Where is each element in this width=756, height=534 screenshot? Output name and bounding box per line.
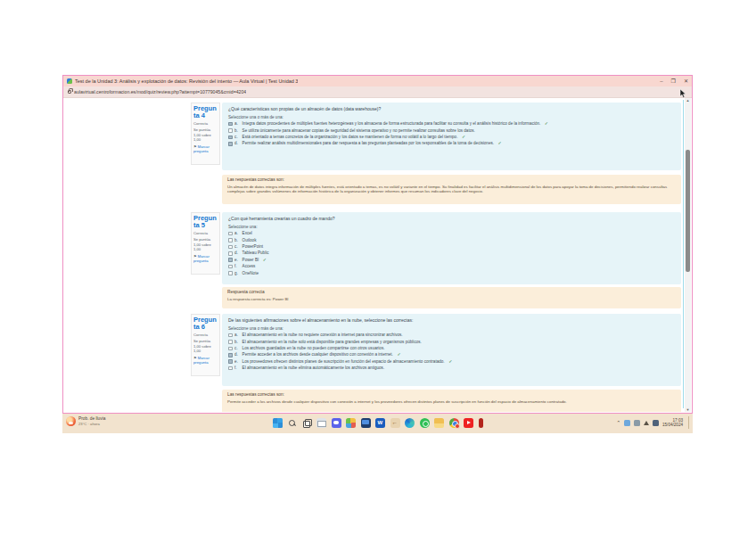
question-text: De las siguientes afirmaciones sobre el … bbox=[228, 317, 675, 323]
desktop-capture: Test de la Unidad 3: Análisis y explotac… bbox=[62, 75, 693, 433]
checkbox[interactable] bbox=[228, 232, 233, 236]
checkbox[interactable] bbox=[228, 340, 233, 344]
checkbox[interactable] bbox=[228, 128, 233, 133]
option-text: El almacenamiento en la nube no requiere… bbox=[242, 332, 403, 338]
page-content: Pregunta 4 Correcta Se puntúa 1,00 sobre… bbox=[63, 98, 692, 412]
mouse-cursor bbox=[679, 89, 686, 98]
option-text: Integra datos procedentes de múltiples f… bbox=[242, 120, 541, 127]
search-icon[interactable] bbox=[287, 418, 297, 428]
feedback-title: Las respuestas correctas son: bbox=[227, 177, 676, 183]
taskbar-icons bbox=[273, 418, 483, 428]
youtube-app-icon[interactable] bbox=[464, 418, 473, 428]
checkbox[interactable] bbox=[228, 142, 233, 146]
checkbox[interactable] bbox=[228, 136, 233, 140]
task-view-icon[interactable] bbox=[302, 418, 312, 428]
checkbox[interactable] bbox=[228, 122, 233, 127]
question-grade: Se puntúa 1,00 sobre 1,00 bbox=[193, 237, 218, 251]
option-text: El almacenamiento en la nube elimina aut… bbox=[242, 365, 385, 371]
question-body: ¿Con qué herramienta crearías un cuadro … bbox=[222, 212, 681, 284]
question-info-card: Pregunta 6 Correcta Se puntúa 1,00 sobre… bbox=[191, 314, 220, 376]
option-letter: d. bbox=[234, 140, 240, 146]
discord-app-icon[interactable] bbox=[332, 418, 341, 428]
checkbox[interactable] bbox=[228, 258, 233, 262]
feedback-box: Las respuestas correctas son: Un almacén… bbox=[222, 175, 681, 204]
taskbar-clock[interactable]: 17:03 15/04/2024 bbox=[662, 418, 683, 428]
weather-widget[interactable]: Prob. de lluvia 23°C · ahora bbox=[66, 416, 105, 426]
scrollbar[interactable]: ▲ ▼ bbox=[685, 98, 691, 412]
option-letter: a. bbox=[234, 230, 240, 236]
option-text: Tableau Public bbox=[242, 250, 269, 256]
answer-option: c. PowerPoint bbox=[228, 243, 675, 250]
answer-option: g. OneNote bbox=[228, 270, 675, 276]
answer-option: d. Tableau Public bbox=[228, 250, 675, 256]
question-text: ¿Qué características son propias de un a… bbox=[228, 106, 675, 111]
file-explorer-icon[interactable] bbox=[434, 418, 444, 428]
browser-window: Test de la Unidad 3: Análisis y explotac… bbox=[62, 75, 693, 414]
chrome-browser-icon[interactable] bbox=[449, 418, 459, 428]
checkbox[interactable] bbox=[228, 251, 233, 256]
question-text: ¿Con qué herramienta crearías un cuadro … bbox=[228, 216, 675, 221]
whatsapp-app-icon[interactable] bbox=[420, 418, 430, 428]
option-text: Permite realizar análisis multidimension… bbox=[242, 140, 494, 146]
checkbox[interactable] bbox=[228, 359, 233, 364]
checkbox[interactable] bbox=[228, 245, 233, 250]
photos-app-icon[interactable] bbox=[346, 418, 356, 428]
answer-prompt: Seleccione una: bbox=[228, 225, 675, 229]
show-desktop-button[interactable] bbox=[688, 416, 690, 429]
checkbox[interactable] bbox=[228, 265, 233, 269]
answer-option: d. Permite realizar análisis multidimens… bbox=[228, 140, 675, 146]
flag-question-link[interactable]: ⚑Marcar pregunta bbox=[193, 356, 218, 365]
checkbox[interactable] bbox=[228, 366, 233, 371]
scrollbar-thumb[interactable] bbox=[686, 150, 690, 272]
monitor-app-icon[interactable] bbox=[361, 418, 371, 428]
close-button[interactable]: ✕ bbox=[684, 78, 688, 84]
taskbar: Prob. de lluvia 23°C · ahora bbox=[62, 414, 693, 433]
red-app-icon[interactable] bbox=[479, 418, 483, 428]
option-text: Los archivos guardados en la nube no pue… bbox=[242, 345, 385, 351]
flag-question-link[interactable]: ⚑Marcar pregunta bbox=[193, 144, 218, 153]
answer-option: f. El almacenamiento en la nube elimina … bbox=[228, 365, 675, 371]
volume-icon[interactable] bbox=[644, 421, 649, 425]
tab-favicon-icon bbox=[67, 78, 72, 84]
correct-check-icon: ✓ bbox=[462, 134, 465, 140]
start-button-icon[interactable] bbox=[273, 418, 283, 428]
answer-option: a. El almacenamiento en la nube no requi… bbox=[228, 332, 675, 338]
question-grade: Se puntúa 1,00 sobre 1,00 bbox=[193, 339, 218, 353]
sign-out-app-icon[interactable] bbox=[390, 418, 400, 428]
option-text: Access bbox=[242, 263, 256, 269]
checkbox[interactable] bbox=[228, 353, 233, 357]
checkbox[interactable] bbox=[228, 271, 233, 275]
answer-option: f. Access bbox=[228, 263, 675, 269]
feedback-title: Respuesta correcta bbox=[227, 290, 676, 295]
answer-prompt: Seleccione una o más de una: bbox=[228, 326, 675, 331]
word-app-icon[interactable] bbox=[375, 418, 385, 428]
option-text: Excel bbox=[242, 230, 252, 236]
option-text: Se utiliza únicamente para almacenar cop… bbox=[242, 127, 475, 134]
flag-question-link[interactable]: ⚑Marcar pregunta bbox=[193, 254, 218, 263]
correct-check-icon: ✓ bbox=[448, 358, 452, 365]
minimize-button[interactable]: – bbox=[660, 78, 662, 84]
scroll-down-icon[interactable]: ▼ bbox=[685, 407, 691, 412]
option-letter: f. bbox=[234, 263, 240, 269]
feedback-box: Respuesta correcta La respuesta correcta… bbox=[222, 287, 681, 308]
scroll-up-icon[interactable]: ▲ bbox=[685, 98, 691, 103]
checkbox[interactable] bbox=[228, 347, 233, 351]
mail-app-icon[interactable] bbox=[316, 418, 326, 428]
url-text[interactable]: aulavirtual.centroformacion.es/mod/quiz/… bbox=[74, 89, 246, 94]
option-text: Está orientado a temas concretos de la o… bbox=[242, 134, 458, 140]
tray-app-icon[interactable] bbox=[624, 420, 630, 426]
option-letter: g. bbox=[234, 270, 240, 276]
browser-titlebar: Test de la Unidad 3: Análisis y explotac… bbox=[63, 76, 692, 86]
checkbox[interactable] bbox=[228, 333, 233, 338]
hidden-icons-chevron[interactable]: ⌃ bbox=[616, 420, 620, 425]
maximize-button[interactable]: ❐ bbox=[671, 78, 676, 84]
onedrive-tray-icon[interactable] bbox=[634, 420, 640, 426]
feedback-body: La respuesta correcta es: Power BI bbox=[227, 297, 676, 302]
correct-check-icon: ✓ bbox=[397, 351, 400, 357]
network-icon[interactable] bbox=[653, 420, 659, 426]
feedback-body: Un almacén de datos integra información … bbox=[227, 185, 676, 194]
edge-browser-icon[interactable] bbox=[405, 418, 415, 428]
option-text: Los proveedores ofrecen distintos planes… bbox=[242, 358, 445, 365]
checkbox[interactable] bbox=[228, 238, 233, 242]
question-body: De las siguientes afirmaciones sobre el … bbox=[222, 314, 681, 386]
